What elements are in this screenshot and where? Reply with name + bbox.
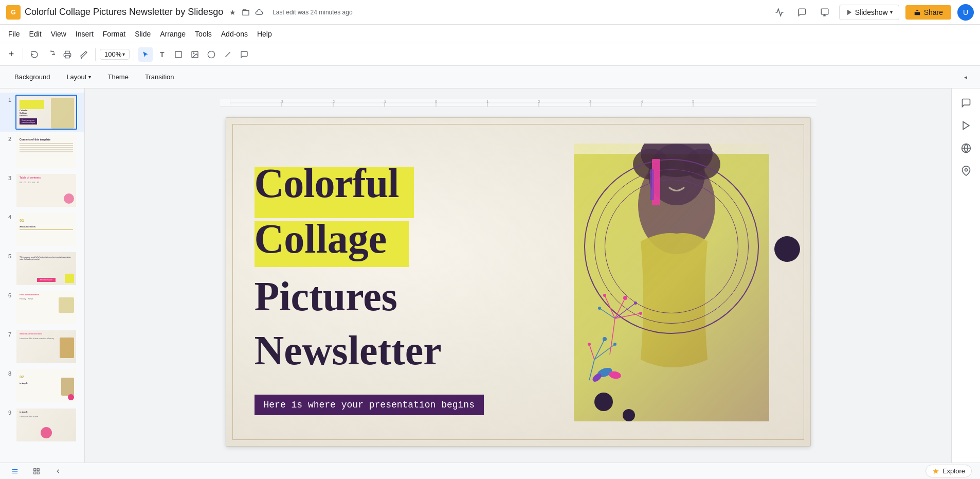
select-tool-button[interactable] [138, 47, 153, 62]
slide-thumb-7[interactable]: 7 Second announcement Lorem ipsum dolor … [0, 327, 84, 366]
svg-rect-64 [37, 468, 39, 470]
slide-thumb-6[interactable]: 6 First announcement History News [0, 288, 84, 327]
svg-line-48 [594, 339, 605, 360]
hide-panel-button[interactable] [51, 467, 65, 476]
toolbar-sep-3 [134, 48, 134, 61]
slide-title-line4[interactable]: Newsletter [255, 329, 442, 372]
slide-preview-6: First announcement History News [15, 290, 77, 325]
slideshow-button[interactable]: Slideshow ▾ [839, 5, 899, 20]
folder-icon[interactable] [241, 7, 251, 17]
slide-title[interactable]: Colorful [255, 162, 399, 205]
slide-thumb-5[interactable]: 5 "This is a quote, words full of wisdom… [0, 249, 84, 288]
slide-subtitle[interactable]: Here is where your presentation begins [255, 395, 484, 415]
slide-thumb-4[interactable]: 4 01 Announcements [0, 210, 84, 249]
app-icon: G [6, 5, 21, 20]
paint-format-button[interactable] [77, 47, 91, 62]
deco-dot-bottom-1 [594, 393, 613, 411]
comment-tool-button[interactable] [237, 47, 251, 62]
title-line-2: Collage [255, 216, 387, 261]
svg-rect-0 [821, 9, 828, 14]
slide-title-line3[interactable]: Pictures [255, 275, 397, 318]
grid-view-button[interactable] [30, 467, 43, 476]
list-view-button[interactable] [8, 467, 22, 476]
presentation-mode-icon[interactable] [816, 4, 833, 21]
deco-dot-bottom-2 [623, 409, 635, 421]
menu-insert[interactable]: Insert [71, 28, 98, 40]
title-line-1: Colorful [255, 161, 399, 206]
line-tool-button[interactable] [221, 47, 235, 62]
menu-format[interactable]: Format [99, 28, 130, 40]
menu-tools[interactable]: Tools [191, 28, 216, 40]
shape-tool-button[interactable] [171, 47, 186, 62]
svg-rect-65 [34, 472, 36, 474]
theme-button[interactable]: Theme [101, 71, 134, 83]
slide-thumb-9[interactable]: 9 in depth Lorem ipsum dolor sit amet [0, 405, 84, 445]
svg-text:5: 5 [692, 99, 695, 104]
toolbar: + 100% ▾ T [0, 43, 980, 66]
svg-line-10 [226, 52, 230, 57]
menu-slide[interactable]: Slide [131, 28, 155, 40]
slide-preview-8: 02 in depth [15, 368, 77, 403]
layout-button[interactable]: Layout ▾ [60, 71, 97, 83]
svg-text:0: 0 [435, 99, 438, 104]
floral-deco [574, 288, 656, 393]
menu-view[interactable]: View [47, 28, 70, 40]
svg-point-59 [965, 169, 967, 171]
menu-help[interactable]: Help [253, 28, 276, 40]
slide-thumb-8[interactable]: 8 02 in depth [0, 366, 84, 405]
title-bar: G Colorful Collage Pictures Newsletter b… [0, 0, 980, 25]
toolbar-sep-1 [23, 48, 23, 61]
svg-rect-5 [65, 55, 69, 58]
deco-dot-large [774, 236, 800, 262]
menu-edit[interactable]: Edit [25, 28, 46, 40]
text-tool-button[interactable]: T [155, 47, 169, 62]
slide-preview-2: Contents of this template [15, 134, 77, 169]
subtitle-text: Here is where your presentation begins [264, 400, 475, 410]
slide-thumb-3[interactable]: 3 Table of contents 01 02 03 04 05 [0, 171, 84, 210]
user-avatar[interactable]: U [957, 4, 974, 21]
activity-icon[interactable] [771, 4, 788, 21]
redo-button[interactable] [44, 47, 58, 62]
explore-button[interactable]: Explore [925, 465, 972, 477]
svg-rect-6 [175, 51, 182, 58]
slide-canvas[interactable]: Colorful Collage Pictures Newsletter [226, 117, 811, 447]
internet-search-button[interactable] [956, 138, 976, 158]
slides-panel: 1 Colorful Collage Pictures Newsletter H… [0, 88, 85, 463]
image-tool-button[interactable] [188, 47, 202, 62]
menu-bar: File Edit View Insert Format Slide Arran… [0, 25, 980, 43]
linked-objects-button[interactable] [956, 161, 976, 181]
toolbar-sep-2 [95, 48, 96, 61]
svg-text:1: 1 [486, 99, 489, 104]
print-button[interactable] [60, 47, 75, 62]
undo-button[interactable] [27, 47, 42, 62]
svg-text:-2: -2 [331, 99, 335, 104]
circle-tool-button[interactable] [204, 47, 219, 62]
menu-arrange[interactable]: Arrange [156, 28, 190, 40]
svg-text:-1: -1 [383, 99, 387, 104]
zoom-selector[interactable]: 100% ▾ [100, 49, 130, 60]
menu-addons[interactable]: Add-ons [217, 28, 252, 40]
collapse-sidebar-button[interactable]: ◂ [959, 71, 972, 83]
comment-icon[interactable] [794, 4, 810, 21]
transition-button[interactable]: Transition [139, 71, 180, 83]
comments-panel-button[interactable] [956, 93, 976, 113]
star-icon[interactable]: ★ [227, 7, 238, 17]
slide-thumb-1[interactable]: 1 Colorful Collage Pictures Newsletter H… [0, 93, 84, 132]
slide-preview-4: 01 Announcements [15, 212, 77, 247]
svg-marker-3 [847, 9, 851, 15]
slide-preview-7: Second announcement Lorem ipsum dolor si… [15, 329, 77, 364]
animations-panel-button[interactable] [956, 115, 976, 136]
slide-thumb-2[interactable]: 2 Contents of this template [0, 132, 84, 171]
slide-preview-3: Table of contents 01 02 03 04 05 [15, 173, 77, 208]
background-button[interactable]: Background [8, 71, 56, 83]
add-slide-button[interactable]: + [4, 47, 19, 62]
slide-title-line2[interactable]: Collage [255, 217, 387, 260]
share-button[interactable]: Share [905, 5, 951, 20]
svg-line-52 [594, 344, 615, 360]
menu-file[interactable]: File [4, 28, 24, 40]
title-icons: ★ [227, 7, 264, 17]
cloud-icon[interactable] [254, 7, 264, 17]
svg-text:4: 4 [641, 99, 643, 104]
svg-marker-67 [933, 468, 939, 474]
slide-preview-1: Colorful Collage Pictures Newsletter Her… [15, 95, 77, 130]
